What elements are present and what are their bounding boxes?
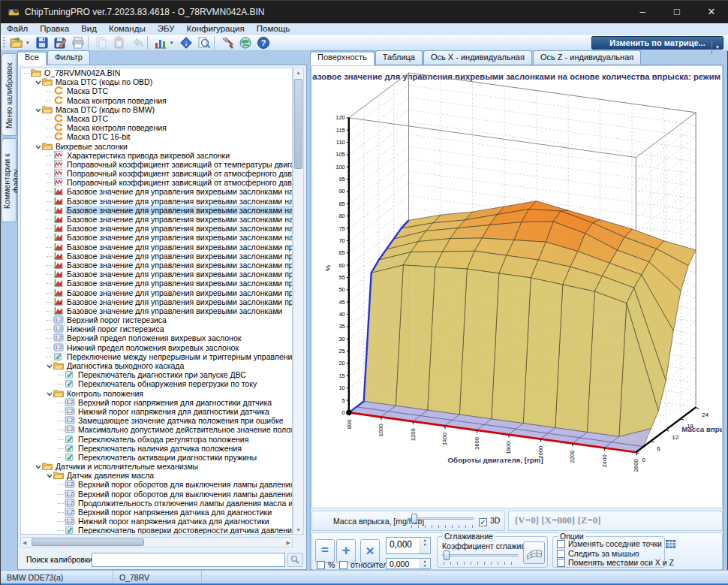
menu-item-4[interactable]: ЭБУ xyxy=(152,23,181,35)
tree-item[interactable]: 1.2Верхний порог гистерезиса xyxy=(21,315,292,324)
tree-item[interactable]: 1.2Верхний порог напряжения для диагност… xyxy=(21,398,292,407)
tree-item[interactable]: 1.2Верхний порог напряжения датчика для … xyxy=(21,508,292,517)
tree-item[interactable]: 1.2Замещающее значение датчика положения… xyxy=(21,416,292,425)
side-tab-file-comments[interactable]: Комментарии к файлу xyxy=(2,138,17,222)
search-input[interactable] xyxy=(92,553,285,567)
checkbox-percent[interactable]: % xyxy=(317,560,335,569)
menu-item-5[interactable]: Конфигурация xyxy=(181,23,251,35)
tree-item[interactable]: 1.2Нижний предел положения вихревых засл… xyxy=(21,343,292,352)
chevron-down-icon[interactable] xyxy=(35,464,42,471)
tree-item[interactable]: ✓Переключатель диагностики при запуске Д… xyxy=(21,370,292,379)
tree-item[interactable]: Маска контроля поведения xyxy=(21,123,292,132)
tree-item[interactable]: 1.2Верхний порог оборотов для выключения… xyxy=(21,480,292,489)
tree-item[interactable]: Базовое значение для управления вихревым… xyxy=(21,261,292,270)
tree-item[interactable]: 1.2Верхний порог оборотов для выключения… xyxy=(21,490,292,499)
tree-item[interactable]: Базовое значение для управления вихревым… xyxy=(21,206,292,215)
tree-tab-1[interactable]: Фильтр xyxy=(47,50,90,65)
apply-smoothing-button[interactable] xyxy=(523,541,545,564)
tree-item[interactable]: 1.2Продолжительность отключения лампы да… xyxy=(21,499,292,508)
chevron-down-icon[interactable] xyxy=(47,473,53,480)
close-button[interactable]: ✕ xyxy=(694,1,728,23)
side-tab-calibration-menu[interactable]: Меню калибровок xyxy=(2,53,17,136)
paste-button[interactable] xyxy=(111,35,128,50)
chevron-down-icon[interactable] xyxy=(47,391,53,398)
mass-slider[interactable] xyxy=(410,514,474,529)
menu-item-3[interactable]: Команды xyxy=(103,23,152,35)
tree-item[interactable]: Поправочный коэффициент зависящий от тем… xyxy=(21,160,292,169)
tree-vertical-scrollbar[interactable]: ▲ ▼ xyxy=(293,68,304,535)
save-button[interactable] xyxy=(34,35,50,50)
tree-item[interactable]: ✓Переключатель наличия датчика положения xyxy=(21,444,292,453)
scroll-left-icon[interactable]: ◀ xyxy=(23,540,26,546)
map-tab-3[interactable]: Ось Z - индивидуальная xyxy=(533,50,641,65)
tree-item[interactable]: Датчики и исполнительные механизмы xyxy=(21,462,292,471)
smoothing-slider[interactable] xyxy=(442,550,519,565)
menu-item-2[interactable]: Вид xyxy=(75,23,103,35)
checkbox-swap-axes[interactable]: Поменять местами оси X и Z xyxy=(557,558,674,567)
tree-item[interactable]: 1.2Нижний порог напряжения для диагности… xyxy=(21,407,292,416)
map-tab-2[interactable]: Ось X - индивидуальная xyxy=(423,50,532,65)
edit-by-matrix-button[interactable]: Изменить по матрице...▼ xyxy=(591,36,723,50)
spinner-arrows[interactable]: ▲▼ xyxy=(420,559,429,568)
open-file-button[interactable] xyxy=(8,35,25,50)
scroll-right-icon[interactable]: ▶ xyxy=(287,540,290,546)
tree-item[interactable]: Базовое значение для управления вихревым… xyxy=(21,187,292,196)
chart-view-button[interactable] xyxy=(152,35,169,50)
tree-item[interactable]: Базовое значение для управления вихревым… xyxy=(21,288,292,297)
tree-item[interactable]: Поправочный коэффициент зависящий от атм… xyxy=(21,169,292,178)
tools-button[interactable] xyxy=(219,35,236,50)
tree-item[interactable]: Маска DTC (коды по BMW) xyxy=(21,105,292,114)
chevron-down-icon[interactable] xyxy=(47,363,53,370)
tree-tab-0[interactable]: Все xyxy=(17,50,47,65)
undo-button[interactable] xyxy=(129,35,146,50)
chevron-down-icon[interactable] xyxy=(35,144,42,151)
tree-item[interactable]: 1.2Верхний предел положения вихревых зас… xyxy=(21,333,292,342)
surface-chart[interactable]: Базовое значение для управления вихревым… xyxy=(311,65,723,508)
toolbar-grip[interactable] xyxy=(3,37,5,49)
chevron-down-icon[interactable] xyxy=(35,80,42,86)
tree-item[interactable]: 1.2Нижний порог напряжения датчика для д… xyxy=(21,517,292,526)
tree-item[interactable]: Маска DTC (коды по OBD) xyxy=(21,77,292,86)
minimize-button[interactable]: – xyxy=(625,1,660,23)
tree-item[interactable]: Базовое значение для управления вихревым… xyxy=(21,279,292,288)
dropdown-arrow-icon[interactable]: ▾ xyxy=(26,40,29,46)
save-as-button[interactable] xyxy=(52,35,68,50)
tree-item[interactable]: Маска контроля поведения xyxy=(21,96,292,105)
checkbox-follow-mouse[interactable]: Следить за мышью xyxy=(557,549,639,558)
maximize-button[interactable]: □ xyxy=(660,1,694,23)
tree-item[interactable]: ✓Переключатель проверки достоверности да… xyxy=(21,526,292,535)
map-tab-0[interactable]: Поверхность xyxy=(310,50,375,65)
scroll-down-icon[interactable]: ▼ xyxy=(293,527,303,532)
tree-item[interactable]: Датчик давления масла xyxy=(21,471,292,480)
menu-item-6[interactable]: Помощь xyxy=(251,23,296,35)
scroll-up-icon[interactable]: ▲ xyxy=(293,70,303,75)
tree-item[interactable]: Вихревые заслонки xyxy=(21,142,292,151)
tree-item[interactable]: Базовое значение для управления вихревым… xyxy=(21,270,292,279)
tree-item[interactable]: Базовое значение для управления вихревым… xyxy=(21,197,292,206)
tree-item[interactable]: ✓Переключатель активации диагностики пру… xyxy=(21,453,292,462)
map-tab-1[interactable]: Таблица xyxy=(375,50,423,65)
zoom-preview-button[interactable] xyxy=(196,35,212,50)
tree-item[interactable]: ✓Переключение между непрерывным и тригге… xyxy=(21,352,292,361)
tree-item[interactable]: Поправочный коэффициент зависящий от атм… xyxy=(21,178,292,187)
tree-item[interactable]: Базовое значение для управления вихревым… xyxy=(21,306,292,315)
spinner-arrows[interactable]: ▲▼ xyxy=(420,538,429,553)
tree-item[interactable]: ✓Переключатель обхода регулятора положен… xyxy=(21,435,292,444)
globe-button[interactable] xyxy=(237,35,254,50)
menu-item-1[interactable]: Правка xyxy=(34,23,75,35)
chevron-down-icon[interactable] xyxy=(35,107,42,114)
copy-button[interactable] xyxy=(93,35,110,50)
relative-spinner[interactable]: 0,000 ▲▼ xyxy=(386,558,431,569)
checkbox-3d-box[interactable]: ✓ xyxy=(479,518,487,526)
vscroll-thumb[interactable] xyxy=(294,79,302,169)
tree-item[interactable]: Базовое значение для управления вихревым… xyxy=(21,243,292,252)
checkbox-3d[interactable]: ✓3D xyxy=(479,516,500,526)
tree-item[interactable]: O_78RVMN042A.BIN xyxy=(21,68,292,77)
info-diamond-button[interactable]: i xyxy=(178,35,194,50)
dropdown-arrow-icon[interactable]: ▾ xyxy=(170,40,173,46)
tree-item[interactable]: Контроль положения xyxy=(21,389,292,398)
tree-item[interactable]: Базовое значение для управления вихревым… xyxy=(21,215,292,224)
tree-item[interactable]: Маска DTC 16-bit xyxy=(21,132,292,141)
print-button[interactable] xyxy=(70,35,86,50)
tree-item[interactable]: Базовое значение для управления вихревым… xyxy=(21,224,292,233)
